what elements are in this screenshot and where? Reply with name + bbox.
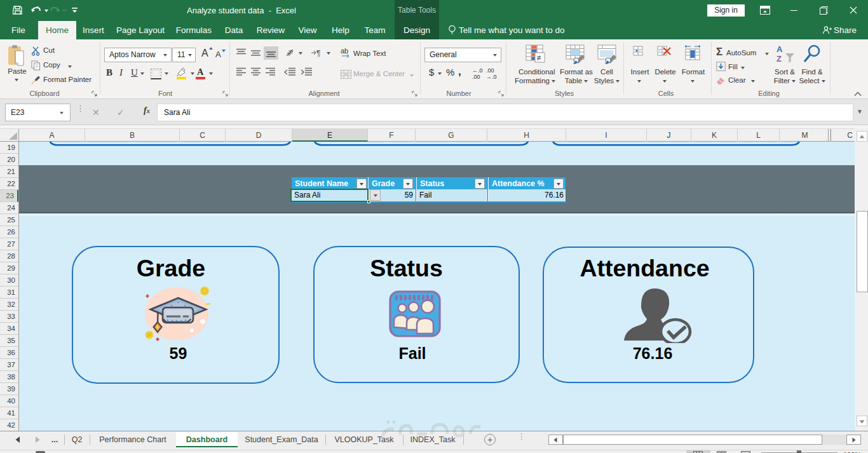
svg-text:¶: ¶: [316, 49, 320, 57]
svg-text:ab: ab: [341, 47, 348, 55]
svg-text:≠: ≠: [537, 53, 541, 62]
svg-text:Z: Z: [776, 54, 782, 64]
svg-text:A: A: [776, 44, 783, 54]
